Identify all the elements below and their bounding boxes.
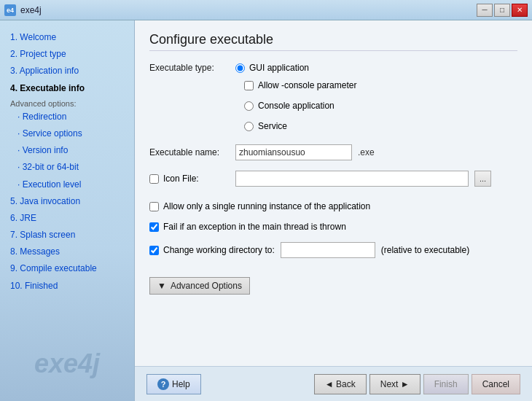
help-icon: ? [157, 378, 169, 390]
single-instance-row: Allow only a single running instance of … [149, 201, 517, 211]
sidebar-advanced-label: Advanced options: [7, 97, 127, 109]
allow-console-checkbox-label[interactable]: Allow -console parameter [244, 80, 517, 90]
window-title: exe4j [20, 5, 42, 15]
radio-gui[interactable]: GUI application [235, 63, 309, 73]
single-instance-checkbox[interactable] [149, 202, 159, 211]
icon-file-checkbox-label[interactable]: Icon File: [149, 174, 230, 184]
icon-file-row: Icon File: ... [149, 171, 517, 187]
sidebar-item-redirection[interactable]: · Redirection [7, 109, 127, 125]
finish-button[interactable]: Finish [423, 374, 469, 394]
sidebar-watermark: exe4j [34, 349, 100, 379]
bottom-left: ? Help [146, 374, 201, 394]
fail-exception-label: Fail if an exception in the main thread … [163, 222, 346, 232]
restore-button[interactable]: □ [494, 4, 510, 17]
close-button[interactable]: ✕ [512, 4, 528, 17]
radio-console-label: Console application [258, 101, 335, 111]
sidebar-item-project-type[interactable]: 2. Project type [7, 46, 127, 63]
executable-name-label: Executable name: [149, 147, 230, 157]
executable-type-row: Executable type: GUI application [149, 63, 517, 73]
bottom-right: ◄ Back Next ► Finish Cancel [314, 374, 520, 394]
allow-console-checkbox[interactable] [244, 81, 254, 90]
sidebar-item-exec-info[interactable]: 4. Executable info [7, 80, 127, 97]
page-title: Configure executable [149, 32, 517, 51]
help-button[interactable]: ? Help [146, 374, 201, 394]
single-instance-label: Allow only a single running instance of … [163, 201, 370, 211]
sidebar: 1. Welcome 2. Project type 3. Applicatio… [0, 20, 135, 401]
advanced-arrow-icon: ▼ [157, 281, 166, 291]
advanced-options-section: ▼ Advanced Options [149, 274, 517, 295]
sidebar-item-messages[interactable]: 8. Messages [7, 244, 127, 260]
sidebar-item-compile[interactable]: 9. Compile executable [7, 260, 127, 277]
sidebar-item-service-options[interactable]: · Service options [7, 125, 127, 142]
minimize-button[interactable]: ─ [477, 4, 493, 17]
title-bar-left: e4 exe4j [4, 4, 42, 16]
workdir-checkbox-label[interactable]: Change working directory to: [149, 245, 275, 255]
main-container: 1. Welcome 2. Project type 3. Applicatio… [0, 20, 532, 401]
back-button[interactable]: ◄ Back [314, 374, 367, 394]
sidebar-item-version-info[interactable]: · Version info [7, 142, 127, 159]
title-buttons: ─ □ ✕ [477, 4, 528, 17]
sidebar-item-32-64bit[interactable]: · 32-bit or 64-bit [7, 159, 127, 176]
sidebar-item-java-invoc[interactable]: 5. Java invocation [7, 193, 127, 210]
sidebar-item-splash[interactable]: 7. Splash screen [7, 227, 127, 244]
advanced-options-button[interactable]: ▼ Advanced Options [149, 277, 250, 295]
next-button[interactable]: Next ► [369, 374, 420, 394]
sidebar-item-finished[interactable]: 10. Finished [7, 278, 127, 295]
exe-extension: .exe [358, 147, 375, 157]
browse-button[interactable]: ... [474, 171, 491, 187]
fail-exception-checkbox[interactable] [149, 222, 159, 232]
sidebar-item-exec-level[interactable]: · Execution level [7, 176, 127, 193]
single-instance-checkbox-label[interactable]: Allow only a single running instance of … [149, 201, 370, 211]
console-app-row: Console application [244, 101, 517, 111]
workdir-label: Change working directory to: [163, 245, 275, 255]
workdir-note: (relative to executable) [381, 245, 469, 255]
allow-console-row: Allow -console parameter [244, 80, 517, 90]
help-label: Help [172, 379, 190, 389]
cancel-button[interactable]: Cancel [472, 374, 520, 394]
sidebar-item-welcome[interactable]: 1. Welcome [7, 29, 127, 46]
service-row: Service [244, 121, 517, 131]
advanced-options-label: Advanced Options [171, 281, 242, 291]
icon-file-checkbox[interactable] [149, 174, 159, 184]
sidebar-item-jre[interactable]: 6. JRE [7, 210, 127, 227]
content-area: Configure executable Executable type: GU… [135, 20, 532, 366]
radio-service-input[interactable] [244, 122, 254, 131]
icon-file-label: Icon File: [163, 174, 199, 184]
allow-console-label: Allow -console parameter [258, 80, 356, 90]
radio-console[interactable]: Console application [244, 101, 517, 111]
executable-type-label: Executable type: [149, 63, 230, 73]
radio-service-label: Service [258, 121, 287, 131]
workdir-checkbox[interactable] [149, 246, 159, 255]
title-bar: e4 exe4j ─ □ ✕ [0, 0, 532, 20]
radio-service[interactable]: Service [244, 121, 517, 131]
radio-gui-input[interactable] [235, 63, 245, 73]
radio-console-input[interactable] [244, 101, 254, 111]
fail-exception-row: Fail if an exception in the main thread … [149, 222, 517, 232]
workdir-row: Change working directory to: (relative t… [149, 242, 517, 258]
bottom-bar: ? Help ◄ Back Next ► Finish Cancel [135, 366, 532, 401]
executable-name-row: Executable name: .exe [149, 144, 517, 160]
workdir-input[interactable] [281, 242, 375, 258]
icon-file-input[interactable] [235, 171, 469, 187]
sidebar-item-app-info[interactable]: 3. Application info [7, 63, 127, 79]
fail-exception-checkbox-label[interactable]: Fail if an exception in the main thread … [149, 222, 346, 232]
executable-name-input[interactable] [235, 144, 352, 160]
radio-gui-label: GUI application [249, 63, 309, 73]
app-icon: e4 [4, 4, 16, 16]
